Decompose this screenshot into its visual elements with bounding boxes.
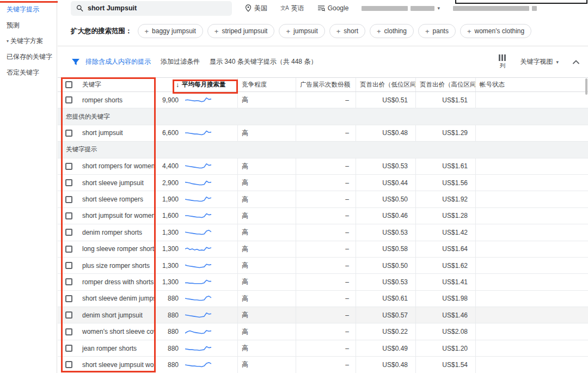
chip-label: women's clothing [475,27,525,35]
result-summary: 显示 340 条关键字提示（共 448 条） [210,57,317,66]
table-row[interactable]: romper dress with shorts 1,300 高 – US$0.… [58,274,588,290]
keyword-view-dropdown[interactable]: 关键字视图 ▾ [520,57,559,66]
sidebar-item[interactable]: 预测 [0,17,57,33]
table-row[interactable]: short sleeve jumpsuit 2,900 高 – US$0.44 … [58,175,588,191]
avg-monthly-searches-cell: 6,600 [156,129,179,137]
competition-cell: 高 [237,191,296,207]
keyword-search-box[interactable] [71,1,232,16]
account-status-cell [475,323,588,339]
exclude-adult-link[interactable]: 排除含成人内容的提示 [85,57,151,66]
table-row[interactable]: romper shorts 9,900 高 – US$0.51 US$1.51 [58,92,588,108]
top-bid-low-cell: US$0.50 [356,258,415,273]
row-checkbox[interactable] [65,311,72,319]
account-status-cell [475,241,588,257]
row-checkbox[interactable] [65,130,72,137]
header-avg-monthly-searches[interactable]: ↓ 平均每月搜索量 [156,78,237,91]
row-checkbox[interactable] [65,295,72,302]
sidebar-item[interactable]: ▾ 关键字方案 [0,33,57,49]
header-top-bid-low[interactable]: 页首出价（低位区间） [356,78,415,91]
header-account-status[interactable]: 帐号状态 [475,78,588,91]
keyword-suggestion-chip[interactable]: + women's clothing [460,24,531,38]
top-bid-high-cell: US$1.54 [415,357,475,372]
keyword-suggestion-chip[interactable]: + clothing [370,24,414,38]
network-selector[interactable]: Google [317,4,349,12]
row-checkbox[interactable] [65,345,72,352]
account-status-cell [475,291,588,307]
search-trend-sparkline [185,277,211,287]
top-bid-low-cell: US$0.48 [356,125,415,141]
language-label: 英语 [291,4,304,13]
header-ad-impression-share[interactable]: 广告展示次数份额 [296,78,356,91]
language-selector[interactable]: 文A 英语 [280,4,304,13]
row-checkbox[interactable] [65,361,72,368]
top-bid-high-cell: US$1.98 [415,291,475,307]
table-row[interactable]: long sleeve romper shorts 1,300 高 – US$0… [58,241,588,258]
main-content: 美国 文A 英语 Google ▾ [58,0,588,373]
search-trend-sparkline [185,211,211,221]
keyword-suggestion-chip[interactable]: + pants [418,24,456,38]
row-checkbox[interactable] [65,229,72,236]
collapse-panel-button[interactable] [573,60,579,64]
table-row[interactable]: denim short jumpsuit 880 高 – US$0.57 US$… [58,307,588,323]
keyword-suggestion-chip[interactable]: + jumpsuit [279,24,324,38]
table-row[interactable]: short jumpsuit 6,600 高 – US$0.48 US$1.29 [58,125,588,142]
table-row[interactable]: women's short sleeve coveralls 880 高 – U… [58,323,588,340]
filter-toolbar: 排除含成人内容的提示 添加过滤条件 显示 340 条关键字提示（共 448 条）… [58,46,588,77]
search-icon [76,4,83,12]
keyword-suggestion-chip[interactable]: + baggy jumpsuit [138,24,203,38]
row-checkbox[interactable] [65,212,72,219]
table-row[interactable]: short sleeve jumpsuit womens 880 高 – US$… [58,357,588,373]
header-keyword[interactable]: 关键字 [77,78,156,91]
keyword-cell: short sleeve jumpsuit womens [77,357,156,372]
avg-monthly-searches-cell: 880 [156,311,179,319]
keyword-suggestion-chip[interactable]: + striped jumpsuit [207,24,275,38]
translate-icon: 文A [280,4,289,12]
table-row[interactable]: short sleeve denim jumpsuit 880 高 – US$0… [58,291,588,307]
competition-cell: 高 [237,357,296,372]
sidebar-item[interactable]: 已保存的关键字 [0,49,57,65]
row-checkbox[interactable] [65,262,72,269]
table-row[interactable]: short rompers for women 4,400 高 – US$0.5… [58,158,588,175]
competition-cell: 高 [237,158,296,174]
keyword-cell: romper shorts [77,92,156,108]
header-competition[interactable]: 竞争程度 [237,78,296,91]
ad-impression-share-cell: – [296,291,356,307]
top-bid-low-cell: US$0.22 [356,323,415,339]
account-status-cell [475,92,588,108]
keyword-view-label: 关键字视图 [520,57,553,66]
sidebar-item[interactable]: 关键字提示 [0,2,57,17]
account-status-cell [475,191,588,207]
location-selector[interactable]: 美国 [245,4,267,13]
top-bid-high-cell: US$1.62 [415,258,475,273]
select-all-checkbox[interactable] [65,81,72,88]
account-status-cell [475,340,588,356]
keyword-cell: plus size romper shorts [77,258,156,273]
header-top-bid-high[interactable]: 页首出价（高位区间） [415,78,475,91]
plus-icon: + [215,27,219,35]
ad-impression-share-cell: – [296,357,356,372]
account-status-cell [475,307,588,323]
row-checkbox[interactable] [65,246,72,253]
filter-icon[interactable] [71,58,80,66]
table-row[interactable]: plus size romper shorts 1,300 高 – US$0.5… [58,258,588,274]
table-row[interactable]: short jumpsuit for women 1,600 高 – US$0.… [58,208,588,224]
search-input[interactable] [88,4,226,12]
table-header-row: 关键字 ↓ 平均每月搜索量 竞争程度 广告展示次数份额 页首出价（低位区间） 页… [58,77,588,92]
row-checkbox[interactable] [65,163,72,170]
row-checkbox[interactable] [65,96,72,103]
row-checkbox[interactable] [65,278,72,285]
keyword-suggestion-chip[interactable]: + short [329,24,365,38]
sidebar-item[interactable]: 否定关键字 [0,65,57,81]
competition-cell: 高 [237,175,296,191]
broaden-search-row: 扩大您的搜索范围： + baggy jumpsuit + striped jum… [58,16,588,46]
row-checkbox[interactable] [65,179,72,186]
vertical-scrollbar[interactable] [585,78,587,95]
add-filter-button[interactable]: 添加过滤条件 [161,57,200,66]
row-checkbox[interactable] [65,328,72,335]
row-checkbox[interactable] [65,196,72,203]
table-row[interactable]: denim romper shorts 1,300 高 – US$0.53 US… [58,224,588,241]
date-range-selector[interactable]: ▾ [362,5,440,11]
table-row[interactable]: jean romper shorts 880 高 – US$0.49 US$1.… [58,340,588,357]
table-row[interactable]: short sleeve rompers 1,900 高 – US$0.50 U… [58,191,588,207]
columns-button[interactable]: 列 [499,54,506,70]
